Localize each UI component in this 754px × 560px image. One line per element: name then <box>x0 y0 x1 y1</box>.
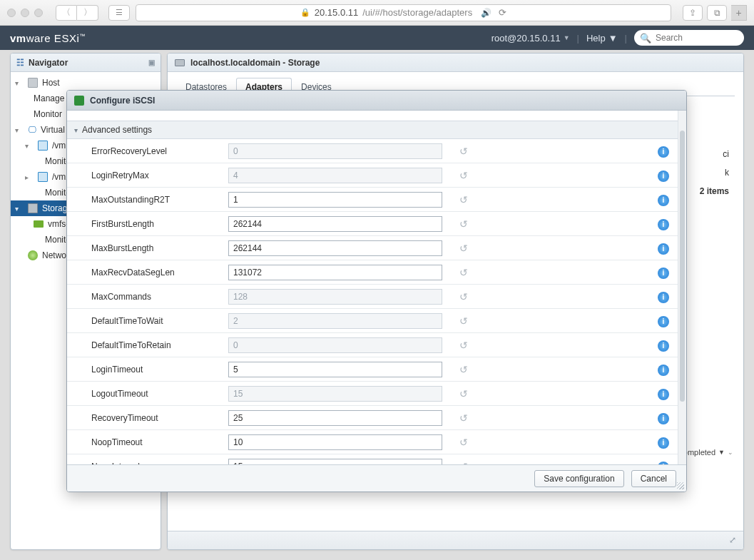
twisty-icon[interactable]: ▾ <box>15 205 22 213</box>
minimize-window-icon[interactable] <box>21 9 29 17</box>
expand-icon[interactable]: ⤢ <box>729 535 736 545</box>
reset-button[interactable]: ↺ <box>442 364 485 375</box>
user-menu[interactable]: root@20.15.0.11 ▼ <box>491 33 570 44</box>
recent-tasks-bar[interactable]: ⤢ <box>168 531 743 549</box>
dialog-scrollbar[interactable] <box>678 111 686 464</box>
iscsi-icon <box>74 96 84 106</box>
setting-row: ErrorRecoveryLevel↺i <box>67 139 678 163</box>
page-title: localhost.localdomain - Storage <box>190 58 320 68</box>
info-icon[interactable]: i <box>658 195 669 206</box>
info-icon[interactable]: i <box>658 365 669 376</box>
info-icon[interactable]: i <box>658 340 669 352</box>
info-icon[interactable]: i <box>658 146 669 158</box>
reset-button[interactable]: ↺ <box>442 218 485 230</box>
save-button[interactable]: Save configuration <box>534 470 623 487</box>
setting-label: MaxCommands <box>67 292 228 302</box>
reset-button[interactable]: ↺ <box>442 170 485 181</box>
audio-icon[interactable]: 🔊 <box>481 8 491 18</box>
reset-button[interactable]: ↺ <box>442 194 485 205</box>
twisty-icon[interactable]: ▾ <box>25 142 32 150</box>
setting-label: MaxRecvDataSegLen <box>67 268 228 278</box>
close-window-icon[interactable] <box>7 9 16 17</box>
back-button[interactable]: 〈 <box>56 5 77 21</box>
info-icon[interactable]: i <box>658 413 669 424</box>
twisty-icon[interactable]: ▾ <box>15 79 22 87</box>
search-icon: 🔍 <box>640 33 651 44</box>
tabs-button[interactable]: ⧉ <box>707 5 727 21</box>
window-controls <box>7 9 43 17</box>
reset-button[interactable]: ↺ <box>442 437 485 448</box>
help-label: Help <box>586 33 606 44</box>
forward-button[interactable]: 〉 <box>77 5 98 21</box>
search-input[interactable] <box>656 33 734 43</box>
setting-input[interactable] <box>228 362 442 377</box>
reset-button[interactable]: ↺ <box>442 267 485 278</box>
twisty-icon[interactable]: ▸ <box>25 173 32 181</box>
reset-button[interactable]: ↺ <box>442 388 485 399</box>
zoom-window-icon[interactable] <box>34 9 43 17</box>
settings-scroll[interactable]: ▾ Advanced settings ErrorRecoveryLevel↺i… <box>67 111 678 464</box>
setting-input[interactable] <box>228 289 442 305</box>
info-icon[interactable]: i <box>658 170 669 182</box>
peek-text: 2 items <box>700 182 729 200</box>
setting-input[interactable] <box>228 459 442 465</box>
setting-field <box>228 265 442 280</box>
dialog-titlebar[interactable]: Configure iSCSI <box>67 91 686 111</box>
logo-part-c: ESXi <box>51 32 79 44</box>
logo-part-b: ware <box>26 32 51 44</box>
storage-icon <box>175 59 185 66</box>
setting-input[interactable] <box>228 313 442 329</box>
twisty-icon[interactable]: ▾ <box>15 126 22 134</box>
setting-input[interactable] <box>228 434 442 450</box>
collapse-panel-icon[interactable]: ▣ <box>148 58 155 66</box>
setting-row: LogoutTimeout↺i <box>67 382 678 406</box>
info-icon[interactable]: i <box>658 437 669 449</box>
reload-button[interactable]: ⟳ <box>499 7 506 18</box>
setting-input[interactable] <box>228 143 442 159</box>
setting-input[interactable] <box>228 386 442 402</box>
storage-icon <box>28 203 38 213</box>
chevron-down-icon: ▼ <box>718 449 725 456</box>
new-tab-button[interactable]: + <box>731 5 747 21</box>
search-box[interactable]: 🔍 <box>634 30 744 46</box>
info-icon[interactable]: i <box>658 268 669 279</box>
setting-input[interactable] <box>228 192 442 208</box>
twisty-icon[interactable]: ▾ <box>74 126 78 134</box>
setting-input[interactable] <box>228 410 442 426</box>
setting-row: MaxOutstandingR2T↺i <box>67 188 678 212</box>
info-icon[interactable]: i <box>658 389 669 400</box>
setting-input[interactable] <box>228 337 442 353</box>
reset-button[interactable]: ↺ <box>442 243 485 254</box>
status-filter-peek[interactable]: ompleted ▼ ⌄ <box>683 448 733 457</box>
setting-row: DefaultTimeToWait↺i <box>67 309 678 333</box>
setting-input[interactable] <box>228 240 442 256</box>
user-label: root@20.15.0.11 <box>491 33 561 44</box>
info-icon[interactable]: i <box>658 292 669 303</box>
setting-input[interactable] <box>228 216 442 232</box>
chevron-down-icon: ⌄ <box>728 449 733 456</box>
reset-button[interactable]: ↺ <box>442 412 485 424</box>
reset-button[interactable]: ↺ <box>442 291 485 302</box>
share-button[interactable]: ⇪ <box>683 5 703 21</box>
reset-button[interactable]: ↺ <box>442 315 485 327</box>
resize-handle[interactable] <box>677 482 684 489</box>
sidebar-toggle-button[interactable]: ☰ <box>108 5 130 21</box>
info-icon[interactable]: i <box>658 219 669 230</box>
info-icon[interactable]: i <box>658 316 669 327</box>
info-icon[interactable]: i <box>658 243 669 255</box>
address-bar[interactable]: 🔒 20.15.0.11/ui/#/host/storage/adapters … <box>136 4 671 21</box>
tree-host[interactable]: ▾Host <box>11 75 161 91</box>
setting-row: NoopTimeout↺i <box>67 430 678 454</box>
setting-input[interactable] <box>228 265 442 280</box>
setting-input[interactable] <box>228 168 442 183</box>
vm-icon <box>38 141 48 151</box>
advanced-settings-header[interactable]: ▾ Advanced settings <box>67 121 678 139</box>
help-menu[interactable]: Help ▼ <box>586 33 618 44</box>
setting-label: NoopTimeout <box>67 437 228 447</box>
setting-row: LoginRetryMax↺i <box>67 163 678 188</box>
reset-button[interactable]: ↺ <box>442 146 485 157</box>
lock-icon: 🔒 <box>300 8 310 17</box>
reset-button[interactable]: ↺ <box>442 340 485 351</box>
scrollbar-thumb[interactable] <box>680 131 685 402</box>
cancel-button[interactable]: Cancel <box>631 470 676 487</box>
